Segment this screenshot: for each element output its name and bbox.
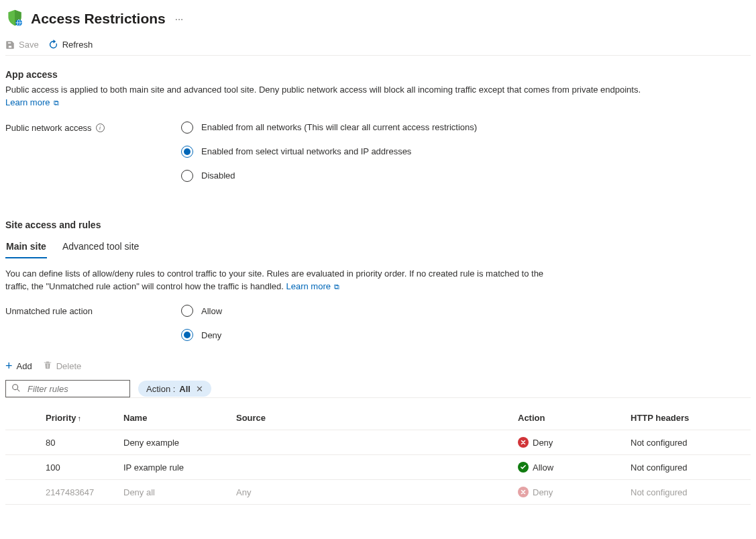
site-rules-description: You can define lists of allow/deny rules… xyxy=(5,268,562,293)
cell-action: Allow xyxy=(512,455,625,480)
table-row[interactable]: 100IP example ruleAllowNot configured xyxy=(5,455,751,480)
radio-icon xyxy=(181,170,193,182)
deny-icon xyxy=(518,487,529,497)
refresh-label: Refresh xyxy=(62,40,93,50)
save-icon xyxy=(5,40,15,50)
app-access-title: App access xyxy=(5,69,751,80)
cell-priority: 100 xyxy=(5,455,118,480)
col-source[interactable]: Source xyxy=(231,406,512,430)
cell-http-headers: Not configured xyxy=(625,480,751,505)
table-row[interactable]: 80Deny exampleDenyNot configured xyxy=(5,430,751,455)
site-rules-tabs: Main siteAdvanced tool site xyxy=(5,238,751,258)
more-menu-button[interactable]: ··· xyxy=(172,13,186,24)
rules-table: Priority↑ Name Source Action HTTP header… xyxy=(5,406,751,505)
cell-http-headers: Not configured xyxy=(625,455,751,480)
refresh-button[interactable]: Refresh xyxy=(48,40,93,50)
unmatched-rule-action-radiogroup: AllowDeny xyxy=(181,305,222,341)
page-title: Access Restrictions xyxy=(31,11,166,27)
public-access-option-1[interactable]: Enabled from select virtual networks and… xyxy=(181,146,477,158)
col-http-headers[interactable]: HTTP headers xyxy=(625,406,751,430)
allow-icon xyxy=(518,462,529,473)
radio-label: Disabled xyxy=(201,170,235,181)
cell-action: Deny xyxy=(512,480,625,505)
unmatched-option-1[interactable]: Deny xyxy=(181,329,222,341)
svg-line-4 xyxy=(17,389,20,392)
public-network-access-label: Public network access i xyxy=(5,121,181,133)
cell-name: Deny all xyxy=(118,480,231,505)
sort-asc-icon: ↑ xyxy=(78,414,82,422)
tab-advanced-tool-site[interactable]: Advanced tool site xyxy=(62,238,140,258)
clear-filter-icon[interactable]: ✕ xyxy=(195,384,205,394)
radio-icon xyxy=(181,305,193,317)
site-rules-title: Site access and rules xyxy=(5,219,751,230)
public-network-access-radiogroup: Enabled from all networks (This will cle… xyxy=(181,121,477,182)
col-action[interactable]: Action xyxy=(512,406,625,430)
app-access-description: Public access is applied to both main si… xyxy=(5,84,656,109)
delete-rule-button[interactable]: Delete xyxy=(43,360,82,372)
save-label: Save xyxy=(19,40,39,50)
site-rules-learn-more-link[interactable]: Learn more ⧉ xyxy=(286,281,339,291)
cell-name: Deny example xyxy=(118,430,231,455)
radio-label: Enabled from select virtual networks and… xyxy=(201,146,411,156)
cell-name: IP example rule xyxy=(118,455,231,480)
action-filter-pill[interactable]: Action : All ✕ xyxy=(138,381,211,397)
external-link-icon: ⧉ xyxy=(51,99,58,107)
search-icon xyxy=(11,383,21,395)
add-label: Add xyxy=(17,361,32,371)
unmatched-rule-action-label: Unmatched rule action xyxy=(5,305,181,316)
trash-icon xyxy=(43,360,52,372)
cell-priority: 2147483647 xyxy=(5,480,118,505)
tab-main-site[interactable]: Main site xyxy=(5,238,47,258)
cell-action: Deny xyxy=(512,430,625,455)
unmatched-option-0[interactable]: Allow xyxy=(181,305,222,317)
radio-label: Allow xyxy=(201,306,222,316)
svg-point-3 xyxy=(13,385,18,390)
info-icon[interactable]: i xyxy=(96,124,105,132)
filter-rules-input[interactable] xyxy=(26,383,142,395)
public-access-option-0[interactable]: Enabled from all networks (This will cle… xyxy=(181,121,477,134)
table-header-row: Priority↑ Name Source Action HTTP header… xyxy=(5,406,751,430)
plus-icon: + xyxy=(5,360,13,372)
shield-icon xyxy=(5,8,24,29)
public-access-option-2[interactable]: Disabled xyxy=(181,170,477,182)
cell-source xyxy=(231,430,512,455)
radio-label: Deny xyxy=(201,330,221,340)
col-priority[interactable]: Priority↑ xyxy=(5,406,118,430)
save-button[interactable]: Save xyxy=(5,40,39,50)
add-rule-button[interactable]: + Add xyxy=(5,360,32,372)
filter-rules-search[interactable] xyxy=(5,380,130,397)
toolbar: Save Refresh xyxy=(5,34,751,56)
radio-icon xyxy=(181,329,193,341)
cell-source xyxy=(231,455,512,480)
radio-icon xyxy=(181,146,193,158)
delete-label: Delete xyxy=(56,361,82,371)
cell-source: Any xyxy=(231,480,512,505)
radio-label: Enabled from all networks (This will cle… xyxy=(201,122,477,132)
external-link-icon: ⧉ xyxy=(332,283,339,291)
radio-icon xyxy=(181,121,193,134)
deny-icon xyxy=(518,437,529,448)
refresh-icon xyxy=(48,40,58,50)
app-access-learn-more-link[interactable]: Learn more ⧉ xyxy=(5,97,59,107)
col-name[interactable]: Name xyxy=(118,406,231,430)
table-row[interactable]: 2147483647Deny allAnyDenyNot configured xyxy=(5,480,751,505)
cell-http-headers: Not configured xyxy=(625,430,751,455)
cell-priority: 80 xyxy=(5,430,118,455)
